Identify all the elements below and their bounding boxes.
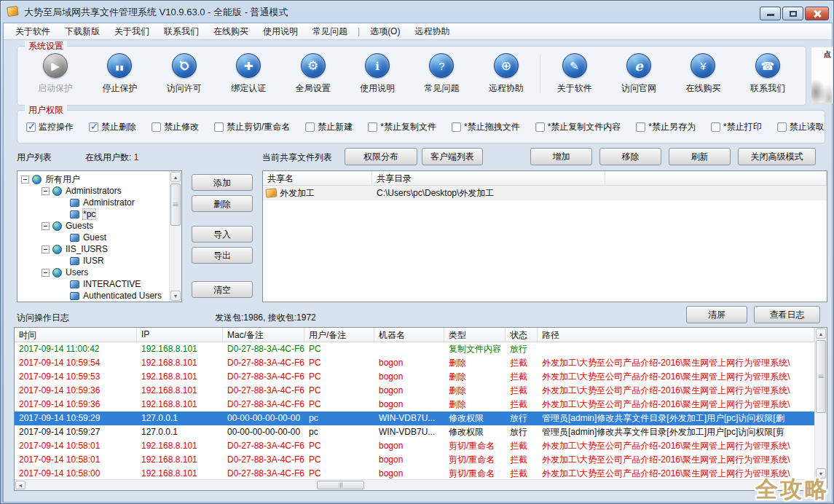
log-row[interactable]: 2017-09-14 11:00:42192.168.8.101D0-27-88… [15,342,814,356]
close-button[interactable] [805,7,829,20]
tree-node-authenticated-users[interactable]: Authenticated Users [17,290,170,302]
scroll-down-icon[interactable]: ▼ [170,291,181,301]
checkbox-forbid-cut-rename[interactable]: 禁止剪切/重命名 [214,121,290,133]
toolbar-access-permit[interactable]: Ϙ 访问许可 [154,53,215,95]
tree-node-administrators[interactable]: Administrators [17,185,170,197]
user-clear-button[interactable]: 清空 [192,281,253,298]
column-header-user[interactable]: 用户/备注 [304,328,374,342]
share-add-button[interactable]: 增加 [530,148,592,165]
promo-banner[interactable]: 点 [811,47,833,103]
checkbox-forbid-copy-content[interactable]: *禁止复制文件内容 [535,121,621,133]
tree-node-guest[interactable]: Guest [17,232,170,243]
log-horizontal-scrollbar[interactable]: ◄ ► [15,479,814,490]
log-row[interactable]: 2017-09-14 10:59:36192.168.8.101D0-27-88… [15,384,814,398]
toolbar-stop-protection[interactable]: ▮▮ 停止保护 [89,53,150,95]
tree-node-iis-iusrs[interactable]: IIS_IUSRS [17,243,170,255]
toolbar-usage-help[interactable]: ℹ 使用说明 [347,53,408,95]
collapse-icon[interactable] [42,222,50,230]
column-header-ip[interactable]: IP [137,328,223,342]
toolbar-visit-website[interactable]: e 访问官网 [608,53,669,95]
scrollbar-thumb[interactable] [816,340,826,413]
tree-scrollbar[interactable]: ▲ ▼ [169,171,181,302]
system-settings-group: 系统设置 ▶ 启动保护 ▮▮ 停止保护 Ϙ 访问许可 ✚ 绑定认证 [17,46,806,106]
column-header-status[interactable]: 状态 [505,328,538,342]
log-row[interactable]: 2017-09-14 10:59:54192.168.8.101D0-27-88… [15,356,814,370]
log-vertical-scrollbar[interactable]: ▲ ▼ [814,328,827,479]
scroll-up-icon[interactable]: ▲ [816,328,826,339]
checkbox-forbid-modify[interactable]: 禁止修改 [152,121,199,133]
app-icon [7,6,19,17]
toolbar-about-software[interactable]: ✎ 关于软件 [544,53,605,95]
question-icon: ? [429,53,454,78]
column-header-path[interactable]: 路径 [538,328,814,342]
column-header-share-name[interactable]: 共享名 [263,171,372,186]
menu-usage-help[interactable]: 使用说明 [256,24,305,39]
log-row[interactable]: 2017-09-14 10:59:36192.168.8.101D0-27-88… [15,398,814,412]
log-row[interactable]: 2017-09-14 10:58:00192.168.8.101D0-27-88… [15,467,814,479]
log-row[interactable]: 2017-09-14 10:59:53192.168.8.101D0-27-88… [15,370,814,384]
tree-node-interactive[interactable]: INTERACTIVE [17,278,170,290]
client-list-button[interactable]: 客户端列表 [422,148,483,165]
column-header-share-dir[interactable]: 共享目录 [372,171,605,186]
collapse-icon[interactable] [21,176,29,184]
column-header-time[interactable]: 时间 [15,328,137,342]
checkbox-forbid-read[interactable]: 禁止读取 [777,121,825,133]
user-delete-button[interactable]: 删除 [192,195,253,212]
toolbar-faq[interactable]: ? 常见问题 [411,53,472,95]
group-icon [52,186,62,196]
menu-buy-online[interactable]: 在线购买 [206,24,256,39]
tree-node-iusr[interactable]: IUSR [17,255,170,267]
maximize-button[interactable] [782,7,803,20]
close-advanced-mode-button[interactable]: 关闭高级模式 [738,148,816,165]
log-row[interactable]: 2017-09-14 10:58:01192.168.8.101D0-27-88… [15,453,814,467]
user-add-button[interactable]: 添加 [192,174,253,191]
scroll-up-icon[interactable]: ▲ [170,172,181,182]
clear-screen-button[interactable]: 清屏 [686,306,747,323]
menu-options[interactable]: 选项(O) [363,24,407,39]
menu-faq[interactable]: 常见问题 [305,24,355,39]
collapse-icon[interactable] [42,187,50,195]
collapse-icon[interactable] [42,245,50,253]
share-remove-button[interactable]: 移除 [599,148,661,165]
toolbar-bind-auth[interactable]: ✚ 绑定认证 [218,53,279,95]
tree-node-administrator[interactable]: Administrator [17,197,170,208]
tree-node-guests[interactable]: Guests [17,220,170,232]
tree-node-pc[interactable]: *pc [17,208,170,220]
share-refresh-button[interactable]: 刷新 [669,148,731,165]
checkbox-forbid-copy-file[interactable]: *禁止复制文件 [368,121,436,133]
menu-about-software[interactable]: 关于软件 [8,24,58,39]
tree-node-all-users[interactable]: 所有用户 [17,173,170,185]
menu-download-new[interactable]: 下载新版 [58,24,107,39]
menu-remote-assist[interactable]: 远程协助 [407,24,457,39]
menu-contact-us[interactable]: 联系我们 [157,24,206,39]
checkbox-forbid-print[interactable]: *禁止打印 [711,121,762,133]
toolbar-contact-us[interactable]: ☎ 联系我们 [737,53,798,95]
minimize-button[interactable] [760,7,781,20]
log-row[interactable]: 2017-09-14 10:58:01192.168.8.101D0-27-88… [15,439,814,453]
share-row[interactable]: 外发加工 C:\Users\pc\Desktop\外发加工 [263,186,827,200]
toolbar-remote-assist[interactable]: ⊕ 远程协助 [476,53,537,95]
column-header-type[interactable]: 类型 [444,328,505,342]
permission-distribution-button[interactable]: 权限分布 [345,148,417,165]
checkbox-forbid-delete[interactable]: ✓禁止删除 [89,121,136,133]
user-import-button[interactable]: 导入 [192,226,253,243]
checkbox-forbid-create[interactable]: 禁止新建 [305,121,353,133]
tree-node-users[interactable]: Users [17,267,170,278]
column-header-machine[interactable]: 机器名 [374,328,444,342]
menu-about-us[interactable]: 关于我们 [107,24,157,39]
checkbox-forbid-drag-file[interactable]: *禁止拖拽文件 [452,121,520,133]
scrollbar-thumb[interactable] [317,481,364,489]
column-header-mac[interactable]: Mac/备注 [223,328,304,342]
user-icon [70,257,79,265]
checkbox-monitor-ops[interactable]: ✓监控操作 [26,121,74,133]
toolbar-global-settings[interactable]: ⚙ 全局设置 [283,53,344,95]
checkbox-forbid-save-as[interactable]: *禁止另存为 [636,121,696,133]
log-row-selected[interactable]: 2017-09-14 10:59:29127.0.0.100-00-00-00-… [15,412,814,425]
user-export-button[interactable]: 导出 [192,247,253,264]
collapse-icon[interactable] [42,269,50,277]
log-row[interactable]: 2017-09-14 10:59:27127.0.0.100-00-00-00-… [15,425,814,439]
view-log-button[interactable]: 查看日志 [754,306,820,323]
toolbar-buy-online[interactable]: ¥ 在线购买 [672,53,733,95]
scroll-left-icon[interactable]: ◄ [15,481,25,489]
scrollbar-thumb[interactable] [170,184,181,226]
